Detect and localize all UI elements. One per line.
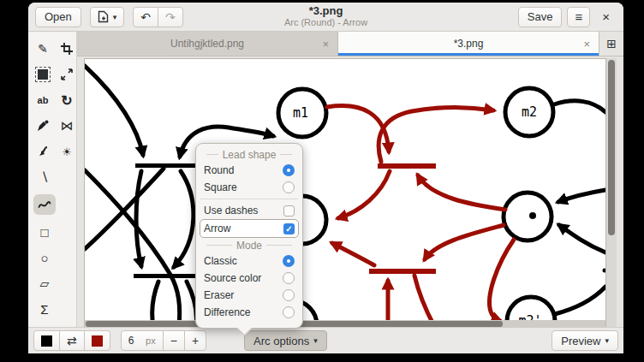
polygon-icon: ▱ [40, 276, 50, 290]
radio-selected-icon[interactable] [283, 255, 295, 267]
radio-icon[interactable] [283, 306, 295, 318]
size-increase-button[interactable]: + [184, 330, 206, 351]
label-m2: m2 [522, 104, 537, 120]
text-icon: ab [38, 95, 49, 105]
tool-saturate[interactable]: ☀ [57, 141, 76, 162]
tool-size-value: 6 [128, 335, 134, 347]
option-use-dashes[interactable]: Use dashes [202, 202, 296, 219]
place-marked-right [504, 193, 552, 240]
option-square[interactable]: Square [202, 179, 296, 196]
header-bar: Open ▾ ↶ ↷ *3.png Arc (Round) - Arrow Sa… [28, 3, 623, 32]
redo-icon: ↷ [165, 10, 176, 24]
option-source-color[interactable]: Source color [202, 270, 296, 287]
radio-icon[interactable] [283, 289, 295, 301]
option-label: Difference [204, 306, 250, 318]
transition-black-top [135, 163, 196, 168]
option-eraser[interactable]: Eraser [202, 287, 296, 304]
new-image-button[interactable]: ▾ [90, 7, 125, 27]
radio-selected-icon[interactable] [283, 164, 295, 176]
option-round[interactable]: Round [202, 162, 296, 179]
chevron-down-icon: ▾ [313, 336, 318, 345]
tab-label: *3.png [454, 38, 484, 50]
radio-icon[interactable] [283, 272, 295, 284]
tool-crop[interactable] [57, 39, 76, 59]
canvas-viewport: m1 m2 m1' m2' [77, 56, 623, 327]
mode-section-title: Mode [202, 238, 296, 252]
new-tab-button[interactable]: ⊞ [599, 32, 623, 56]
app-window: Open ▾ ↶ ↷ *3.png Arc (Round) - Arrow Sa… [28, 3, 623, 353]
transition-black-bottom [134, 274, 198, 278]
tool-selection[interactable] [33, 64, 52, 85]
tool-text[interactable]: ab [33, 90, 52, 110]
eyedropper-icon [37, 120, 49, 132]
tool-paint[interactable] [33, 141, 52, 162]
label-m1: m1 [293, 105, 308, 121]
tool-size-input[interactable]: 6 px [121, 330, 164, 351]
option-arrow[interactable]: Arrow ✓ [200, 219, 299, 238]
tool-polygon[interactable]: ▱ [33, 273, 56, 294]
arc-options-label: Arc options [253, 335, 309, 347]
primary-color-swatch [41, 335, 52, 347]
token-dot [529, 212, 536, 219]
option-label: Use dashes [204, 205, 258, 217]
option-label: Source color [204, 272, 261, 284]
checkbox-checked-icon[interactable]: ✓ [283, 223, 295, 234]
checkbox-icon[interactable] [283, 205, 295, 217]
undo-button[interactable]: ↶ [133, 7, 158, 27]
tab-3png[interactable]: *3.png × [338, 32, 599, 56]
radio-icon[interactable] [283, 181, 295, 193]
tool-line[interactable]: ∖ [33, 167, 56, 187]
new-image-icon [98, 10, 109, 23]
window-close-button[interactable]: × [595, 7, 617, 27]
option-classic[interactable]: Classic [202, 252, 296, 270]
tool-rectangle[interactable]: □ [33, 222, 56, 242]
minus-icon: − [170, 334, 177, 347]
drawing-canvas[interactable]: m1 m2 m1' m2' [84, 58, 606, 327]
arc-options-button[interactable]: Arc options ▾ [244, 330, 327, 351]
chevron-down-icon: ▾ [113, 13, 117, 21]
tool-freeshape[interactable]: Σ [33, 299, 56, 319]
tool-circle[interactable]: ○ [33, 247, 56, 268]
tool-rotate[interactable]: ↻ [57, 90, 76, 110]
tab-label: Untihgjktled.png [170, 38, 244, 50]
save-button[interactable]: Save [518, 7, 563, 27]
tool-flip[interactable]: ⋈ [57, 116, 76, 136]
redo-button[interactable]: ↷ [158, 7, 183, 27]
open-button[interactable]: Open [35, 7, 81, 27]
tool-palette: ✎ ab ↻ ⋈ [28, 32, 77, 327]
secondary-color-button[interactable] [84, 330, 110, 351]
undo-icon: ↶ [140, 10, 151, 24]
transition-red-top [378, 163, 436, 169]
curve-icon [38, 199, 51, 210]
swap-colors-button[interactable]: ⇄ [59, 330, 85, 351]
flip-icon: ⋈ [61, 118, 74, 134]
transition-red-bottom [369, 269, 436, 274]
rectangle-icon: □ [40, 225, 48, 240]
menu-button[interactable]: ≡ [567, 7, 590, 27]
tool-curve[interactable] [33, 194, 56, 215]
primary-color-button[interactable] [33, 330, 60, 351]
new-tab-icon: ⊞ [606, 37, 617, 50]
option-label: Arrow [204, 223, 230, 234]
scale-icon [61, 68, 73, 80]
crop-icon [61, 43, 73, 55]
plus-icon: + [192, 334, 199, 347]
tab-untitled[interactable]: Untihgjktled.png × [77, 32, 338, 56]
chevron-down-icon: ▾ [605, 336, 609, 345]
tab-bar: Untihgjktled.png × *3.png × ⊞ [77, 32, 623, 56]
line-icon: ∖ [40, 169, 49, 185]
tool-size-unit: px [146, 335, 156, 346]
tool-scale[interactable] [57, 64, 76, 85]
secondary-color-swatch [92, 335, 103, 347]
lead-shape-section-title: Lead shape [202, 147, 296, 162]
option-difference[interactable]: Difference [202, 304, 296, 321]
vertical-scrollbar-thumb[interactable] [608, 60, 615, 235]
tool-pencil[interactable]: ✎ [33, 39, 52, 59]
arc-options-popover: Lead shape Round Square Use dashes Arrow… [195, 143, 303, 329]
tab-close-icon[interactable]: × [583, 39, 590, 50]
preview-button[interactable]: Preview ▾ [552, 330, 618, 351]
tab-close-icon[interactable]: × [322, 39, 329, 50]
tool-color-picker[interactable] [33, 116, 52, 136]
size-decrease-button[interactable]: − [163, 330, 185, 351]
rotate-icon: ↻ [61, 92, 72, 109]
